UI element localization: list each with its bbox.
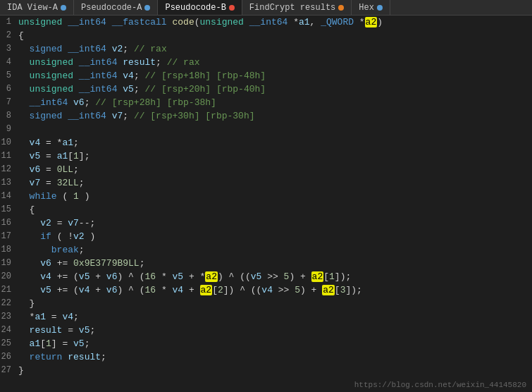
code-line: 3 signed __int64 v2; // rax (0, 42, 532, 56)
tab-findcrypt-label: FindCrypt results (249, 3, 335, 13)
line-content: result = v5; (16, 324, 532, 337)
line-content: unsigned __int64 __fastcall code(unsigne… (16, 16, 532, 29)
line-content: unsigned __int64 result; // rax (16, 56, 532, 69)
line-number: 27 (0, 364, 16, 377)
code-line: 15 { (0, 203, 532, 216)
line-number: 20 (0, 270, 16, 283)
line-content: } (16, 297, 532, 310)
tab-findcrypt[interactable]: FindCrypt results (242, 0, 352, 16)
tab-findcrypt-dot (338, 5, 344, 11)
code-line: 17 if ( !v2 ) (0, 230, 532, 243)
line-number: 13 (0, 176, 16, 190)
line-number: 17 (0, 230, 16, 243)
tab-pseudocode-a-dot (144, 5, 150, 11)
line-number: 11 (0, 149, 16, 163)
line-content: return result; (16, 350, 532, 364)
tab-bar: IDA View-A Pseudocode-A Pseudocode-B Fin… (0, 0, 532, 16)
line-content: { (16, 29, 532, 42)
line-number: 4 (0, 56, 16, 69)
line-number: 19 (0, 257, 16, 270)
line-content: } (16, 364, 532, 377)
code-line: 26 return result; (0, 350, 532, 364)
tab-pseudocode-a-label: Pseudocode-A (81, 3, 142, 13)
line-content: a1[1] = v5; (16, 337, 532, 350)
line-number: 12 (0, 163, 16, 176)
line-content: if ( !v2 ) (16, 230, 532, 243)
line-content: break; (16, 243, 532, 257)
line-content: v2 = v7--; (16, 216, 532, 230)
code-line: 9 (0, 123, 532, 136)
line-content: v4 = *a1; (16, 136, 532, 149)
tab-pseudocode-b[interactable]: Pseudocode-B (158, 0, 242, 16)
code-line: 7 __int64 v6; // [rsp+28h] [rbp-38h] (0, 96, 532, 109)
tab-ida-dot (61, 5, 66, 11)
tab-pseudocode-a[interactable]: Pseudocode-A (74, 0, 158, 16)
tab-ida-view[interactable]: IDA View-A (0, 0, 74, 16)
code-line: 24 result = v5; (0, 324, 532, 337)
line-content: unsigned __int64 v4; // [rsp+18h] [rbp-4… (16, 69, 532, 82)
line-number: 21 (0, 283, 16, 297)
code-line: 11 v5 = a1[1]; (0, 149, 532, 163)
line-content: v4 += (v5 + v6) ^ (16 * v5 + *a2) ^ ((v5… (16, 270, 532, 283)
line-number: 9 (0, 123, 16, 136)
code-line: 13 v7 = 32LL; (0, 176, 532, 190)
line-content: { (16, 203, 532, 216)
line-content: v6 = 0LL; (16, 163, 532, 176)
line-content (16, 123, 532, 136)
tab-pseudocode-b-label: Pseudocode-B (165, 3, 225, 13)
line-content: v5 += (v4 + v6) ^ (16 * v4 + a2[2]) ^ ((… (16, 283, 532, 297)
line-content: unsigned __int64 v5; // [rsp+20h] [rbp-4… (16, 82, 532, 96)
line-number: 1 (0, 16, 16, 29)
code-area: 1unsigned __int64 __fastcall code(unsign… (0, 16, 532, 392)
tab-hex-dot (377, 5, 383, 11)
code-line: 20 v4 += (v5 + v6) ^ (16 * v5 + *a2) ^ (… (0, 270, 532, 283)
line-number: 7 (0, 96, 16, 109)
line-content: v7 = 32LL; (16, 176, 532, 190)
line-number: 24 (0, 324, 16, 337)
code-line: 18 break; (0, 243, 532, 257)
code-line: 4 unsigned __int64 result; // rax (0, 56, 532, 69)
code-line: 23 *a1 = v4; (0, 310, 532, 324)
code-line: 12 v6 = 0LL; (0, 163, 532, 176)
tab-hex[interactable]: Hex (352, 0, 390, 16)
line-number: 5 (0, 69, 16, 82)
line-number: 6 (0, 82, 16, 96)
line-number: 8 (0, 109, 16, 123)
code-line: 8 signed __int64 v7; // [rsp+30h] [rbp-3… (0, 109, 532, 123)
code-line: 25 a1[1] = v5; (0, 337, 532, 350)
line-content: *a1 = v4; (16, 310, 532, 324)
line-number: 25 (0, 337, 16, 350)
line-number: 15 (0, 203, 16, 216)
tab-pseudocode-b-dot (229, 5, 235, 11)
code-line: 10 v4 = *a1; (0, 136, 532, 149)
code-line: 2{ (0, 29, 532, 42)
line-content: v6 += 0x9E3779B9LL; (16, 257, 532, 270)
line-number: 23 (0, 310, 16, 324)
line-content: signed __int64 v2; // rax (16, 42, 532, 56)
line-content: while ( 1 ) (16, 190, 532, 203)
line-number: 26 (0, 350, 16, 364)
tab-hex-label: Hex (359, 3, 374, 13)
line-number: 3 (0, 42, 16, 56)
code-line: 19 v6 += 0x9E3779B9LL; (0, 257, 532, 270)
line-number: 18 (0, 243, 16, 257)
line-content: signed __int64 v7; // [rsp+30h] [rbp-30h… (16, 109, 532, 123)
code-line: 27} (0, 364, 532, 377)
line-number: 10 (0, 136, 16, 149)
tab-ida-view-label: IDA View-A (7, 3, 58, 13)
code-line: 1unsigned __int64 __fastcall code(unsign… (0, 16, 532, 29)
line-number: 22 (0, 297, 16, 310)
line-content: v5 = a1[1]; (16, 149, 532, 163)
code-line: 21 v5 += (v4 + v6) ^ (16 * v4 + a2[2]) ^… (0, 283, 532, 297)
line-number: 2 (0, 29, 16, 42)
code-line: 22 } (0, 297, 532, 310)
code-line: 5 unsigned __int64 v4; // [rsp+18h] [rbp… (0, 69, 532, 82)
line-content: __int64 v6; // [rsp+28h] [rbp-38h] (16, 96, 532, 109)
line-number: 16 (0, 216, 16, 230)
code-line: 6 unsigned __int64 v5; // [rsp+20h] [rbp… (0, 82, 532, 96)
code-line: 14 while ( 1 ) (0, 190, 532, 203)
code-line: 16 v2 = v7--; (0, 216, 532, 230)
line-number: 14 (0, 190, 16, 203)
